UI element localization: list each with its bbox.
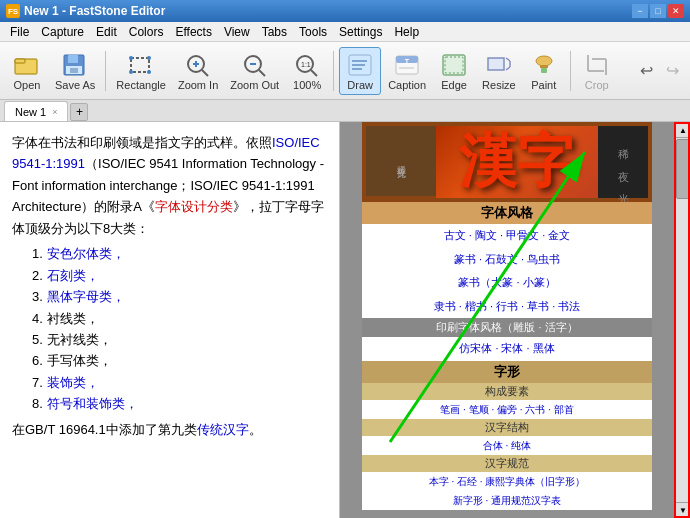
links-row-2: 篆书 · 石鼓文 · 鸟虫书	[362, 248, 652, 272]
menu-capture[interactable]: Capture	[35, 23, 90, 41]
resize-icon	[485, 51, 513, 79]
zoom-out-button[interactable]: Zoom Out	[225, 47, 284, 95]
text-para2-pre: 在GB/T 16964.1中添加了第九类	[12, 422, 197, 437]
menu-tools[interactable]: Tools	[293, 23, 333, 41]
caption-button[interactable]: T Caption	[383, 47, 431, 95]
menu-settings[interactable]: Settings	[333, 23, 388, 41]
hanzi-main-char: 漢字	[436, 126, 598, 198]
rectangle-icon	[127, 51, 155, 79]
svg-rect-1	[15, 59, 25, 63]
menu-view[interactable]: View	[218, 23, 256, 41]
window-controls: − □ ✕	[632, 4, 684, 18]
open-icon	[13, 51, 41, 79]
tab-label: New 1	[15, 106, 46, 118]
svg-line-33	[506, 58, 510, 61]
list-item-3: 3.黑体字母类，	[32, 286, 327, 307]
subsection-2: 汉字结构	[362, 419, 652, 436]
paint-button[interactable]: Paint	[523, 47, 565, 95]
right-panel: 稀夜光 漢字 稀 夜 光 字体风格 古文 · 陶文 · 甲骨文 ·	[340, 122, 690, 518]
scroll-up-button[interactable]: ▲	[675, 122, 690, 138]
app-icon: FS	[6, 4, 20, 18]
svg-line-17	[259, 70, 265, 76]
list-item-5: 5.无衬线类，	[32, 329, 327, 350]
main-text: 字体在书法和印刷领域是指文字的式样。依照ISO/IEC 9541-1:1991（…	[12, 132, 327, 440]
crop-button[interactable]: Crop	[576, 47, 618, 95]
menu-bar: File Capture Edit Colors Effects View Ta…	[0, 22, 690, 42]
open-label: Open	[14, 79, 41, 91]
crop-label: Crop	[585, 79, 609, 91]
caption-icon: T	[393, 51, 421, 79]
menu-file[interactable]: File	[4, 23, 35, 41]
text-para2-post: 。	[249, 422, 262, 437]
maximize-button[interactable]: □	[650, 4, 666, 18]
menu-help[interactable]: Help	[388, 23, 425, 41]
links-small-4: 新字形 · 通用规范汉字表	[362, 491, 652, 510]
svg-text:T: T	[405, 57, 410, 64]
text-link3[interactable]: 传统汉字	[197, 422, 249, 437]
links-row-5: 仿宋体 · 宋体 · 黑体	[362, 337, 652, 361]
zoom-100-icon: 1:1	[293, 51, 321, 79]
section-title-1: 字体风格	[362, 202, 652, 224]
zoom-out-label: Zoom Out	[230, 79, 279, 91]
menu-effects[interactable]: Effects	[169, 23, 217, 41]
tab-bar: New 1 × +	[0, 100, 690, 122]
toolbar-separator-2	[333, 51, 334, 91]
links-row-3: 篆书（大篆 · 小篆）	[362, 271, 652, 295]
svg-line-34	[506, 67, 510, 70]
title-bar: FS New 1 - FastStone Editor − □ ✕	[0, 0, 690, 22]
save-icon	[61, 51, 89, 79]
section-title-2: 字形	[362, 361, 652, 383]
open-button[interactable]: Open	[6, 47, 48, 95]
resize-label: Resize	[482, 79, 516, 91]
menu-edit[interactable]: Edit	[90, 23, 123, 41]
list-item-8: 8.符号和装饰类，	[32, 393, 327, 414]
hanzi-header: 稀夜光 漢字 稀 夜 光	[362, 122, 652, 202]
webpage: 稀夜光 漢字 稀 夜 光 字体风格 古文 · 陶文 · 甲骨文 ·	[362, 122, 652, 510]
content-area[interactable]: 稀夜光 漢字 稀 夜 光 字体风格 古文 · 陶文 · 甲骨文 ·	[340, 122, 674, 518]
close-button[interactable]: ✕	[668, 4, 684, 18]
scroll-thumb[interactable]	[676, 139, 690, 199]
links-small-1: 笔画 · 笔顺 · 偏旁 · 六书 · 部首	[362, 400, 652, 419]
save-as-button[interactable]: Save As	[50, 47, 100, 95]
rectangle-button[interactable]: Rectangle	[111, 47, 171, 95]
tab-close-button[interactable]: ×	[52, 107, 57, 117]
zoom-in-button[interactable]: Zoom In	[173, 47, 223, 95]
zoom-in-icon	[184, 51, 212, 79]
edge-label: Edge	[441, 79, 467, 91]
paint-label: Paint	[531, 79, 556, 91]
toolbar-separator-1	[105, 51, 106, 91]
minimize-button[interactable]: −	[632, 4, 648, 18]
draw-icon	[346, 51, 374, 79]
zoom-100-label: 100%	[293, 79, 321, 91]
list-item-4: 4.衬线类，	[32, 308, 327, 329]
scroll-down-button[interactable]: ▼	[675, 502, 690, 518]
redo-button[interactable]: ↪	[660, 47, 684, 95]
svg-rect-37	[540, 65, 548, 68]
draw-button[interactable]: Draw	[339, 47, 381, 95]
edge-button[interactable]: Edge	[433, 47, 475, 95]
hanzi-left-image: 稀夜光	[366, 126, 436, 196]
resize-button[interactable]: Resize	[477, 47, 521, 95]
svg-point-36	[536, 56, 552, 66]
svg-point-10	[129, 70, 133, 74]
title-bar-left: FS New 1 - FastStone Editor	[6, 4, 165, 18]
undo-button[interactable]: ↩	[634, 47, 658, 95]
svg-rect-30	[443, 55, 465, 75]
save-as-label: Save As	[55, 79, 95, 91]
menu-colors[interactable]: Colors	[123, 23, 170, 41]
list-item-2: 2.石刻类，	[32, 265, 327, 286]
menu-tabs[interactable]: Tabs	[256, 23, 293, 41]
highlight-row: 印刷字体风格（雕版 · 活字）	[362, 318, 652, 337]
zoom-100-button[interactable]: 1:1 100%	[286, 47, 328, 95]
svg-point-11	[147, 70, 151, 74]
caption-label: Caption	[388, 79, 426, 91]
left-panel: 字体在书法和印刷领域是指文字的式样。依照ISO/IEC 9541-1:1991（…	[0, 122, 340, 518]
subsection-1: 构成要素	[362, 383, 652, 400]
tab-add-button[interactable]: +	[70, 103, 88, 121]
undo-icon: ↩	[640, 61, 653, 80]
links-small-3: 本字 · 石经 · 康熙字典体（旧字形）	[362, 472, 652, 491]
tab-new1[interactable]: New 1 ×	[4, 101, 68, 121]
text-link2[interactable]: 字体设计分类	[155, 199, 233, 214]
links-row-4: 隶书 · 楷书 · 行书 · 草书 · 书法	[362, 295, 652, 319]
zoom-in-label: Zoom In	[178, 79, 218, 91]
